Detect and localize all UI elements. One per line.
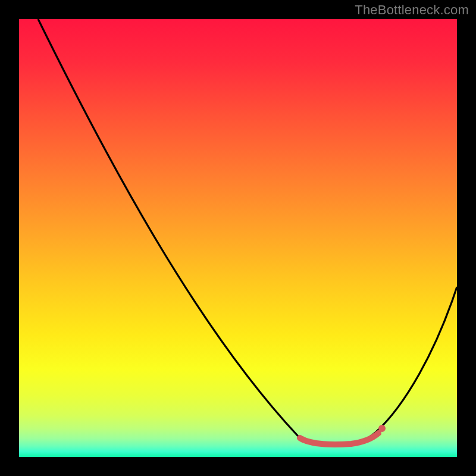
marker-dot (378, 425, 386, 432)
watermark: TheBottleneck.com (355, 2, 469, 18)
chart-svg (19, 19, 457, 457)
plot-area (19, 19, 457, 457)
gradient-background (19, 19, 457, 457)
chart-container: TheBottleneck.com (0, 0, 476, 476)
